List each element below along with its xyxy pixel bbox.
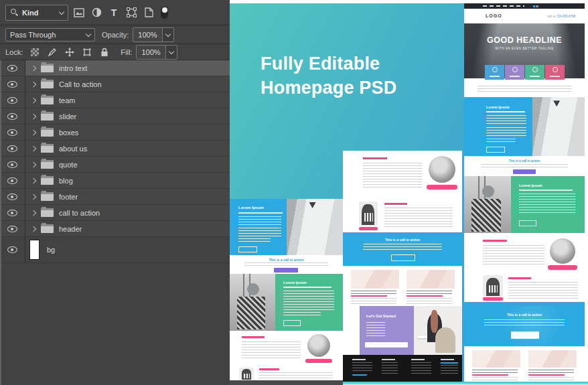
expand-chevron-icon[interactable] xyxy=(31,161,36,167)
mockup-about-section-2 xyxy=(230,364,343,380)
visibility-toggle[interactable] xyxy=(0,189,25,204)
layer-row-bg[interactable]: bg xyxy=(0,237,230,263)
mockup-about-section-2 xyxy=(343,198,462,232)
mockup-outline-button xyxy=(238,246,257,252)
expand-chevron-icon[interactable] xyxy=(31,210,36,215)
lock-transparent-pixels-icon[interactable] xyxy=(28,46,42,59)
mockup-text-lines xyxy=(259,372,333,379)
opacity-label: Opacity: xyxy=(102,31,129,39)
mockup-photo-overlay xyxy=(484,306,565,346)
mockup-text-lines xyxy=(407,298,452,304)
mockup-text-lines xyxy=(283,291,334,299)
eye-icon xyxy=(7,194,17,200)
layer-row-team[interactable]: team xyxy=(0,92,230,108)
mockup-circle-photo xyxy=(429,156,455,183)
lock-position-icon[interactable] xyxy=(63,46,76,59)
mockup-get-started-heading: Let's Get Started xyxy=(366,314,396,318)
visibility-toggle[interactable] xyxy=(0,76,25,92)
mockup-top-nav xyxy=(464,3,585,9)
layer-row-intro-text[interactable]: intro text xyxy=(0,60,230,76)
lock-image-pixels-icon[interactable] xyxy=(46,46,59,59)
layer-row-footer[interactable]: footer xyxy=(0,189,230,205)
visibility-toggle[interactable] xyxy=(0,205,25,220)
visibility-toggle[interactable] xyxy=(0,92,25,108)
layer-name: blog xyxy=(59,177,73,185)
mockup-feature-box-green xyxy=(525,65,544,80)
visibility-toggle[interactable] xyxy=(0,125,25,140)
fill-dropdown-arrow[interactable] xyxy=(166,46,177,59)
visibility-toggle[interactable] xyxy=(0,237,25,262)
checkerboard-icon xyxy=(31,48,39,56)
expand-chevron-icon[interactable] xyxy=(31,129,36,135)
mockup-get-started-section: Let's Get Started xyxy=(343,306,462,355)
expand-chevron-icon[interactable] xyxy=(31,177,36,183)
mockup-text-lines xyxy=(242,341,301,359)
mockup-text-lines xyxy=(352,362,372,373)
layer-filter-bar: Kind T xyxy=(0,0,230,25)
expand-chevron-icon[interactable] xyxy=(31,226,36,231)
mockup-circle-photo xyxy=(307,334,330,357)
visibility-toggle[interactable] xyxy=(0,60,25,76)
layer-row-call-to-action-2[interactable]: call to action xyxy=(0,205,230,221)
visibility-toggle[interactable] xyxy=(0,173,25,188)
visibility-toggle[interactable] xyxy=(0,157,25,172)
document-canvas[interactable]: Fully Editable Homepage PSD Lorem Ipsum … xyxy=(230,0,588,385)
group-folder-icon xyxy=(41,192,54,201)
mockup-blue-cta-section: This is a call to action xyxy=(464,302,585,346)
mockup-about-section xyxy=(464,233,585,271)
layer-row-boxes[interactable]: boxes xyxy=(0,125,230,141)
filtering-toggle[interactable] xyxy=(161,7,168,19)
expand-chevron-icon[interactable] xyxy=(31,97,36,102)
mockup-footer-heading xyxy=(352,359,366,360)
group-folder-icon xyxy=(41,128,54,137)
mockup-text-lines xyxy=(484,319,565,325)
fill-field[interactable]: 100% xyxy=(136,45,177,60)
blend-mode-dropdown[interactable]: Pass Through xyxy=(5,28,95,42)
layer-row-about-us[interactable]: about us xyxy=(0,141,230,157)
expand-chevron-icon[interactable] xyxy=(31,81,36,86)
layer-row-call-to-action-1[interactable]: Call to action xyxy=(0,76,230,92)
visibility-toggle[interactable] xyxy=(0,221,25,236)
filter-kind-dropdown[interactable]: Kind xyxy=(5,5,68,21)
mockup-section-heading: Lorem Ipsum xyxy=(519,183,542,187)
filter-type-layers-icon[interactable]: T xyxy=(107,6,121,19)
layer-row-header[interactable]: header xyxy=(0,221,230,237)
mockup-text-lines xyxy=(486,127,526,137)
mockup-outline-button xyxy=(511,331,539,339)
layer-row-quote[interactable]: quote xyxy=(0,157,230,173)
expand-chevron-icon[interactable] xyxy=(31,194,36,199)
feature-box-label xyxy=(550,76,560,77)
opacity-field[interactable]: 100% xyxy=(133,27,173,42)
mockup-photo-woman-desk xyxy=(414,306,462,355)
mockup-subheading-line xyxy=(283,287,332,288)
lock-artboard-icon[interactable] xyxy=(80,46,94,59)
feature-box-icon xyxy=(532,67,538,72)
expand-chevron-icon[interactable] xyxy=(31,65,36,70)
filter-adjustment-layers-icon[interactable] xyxy=(90,6,103,19)
photo-head-shape xyxy=(247,283,259,295)
expand-chevron-icon[interactable] xyxy=(31,145,36,151)
mockup-blue-feature-section: Lorem Ipsum xyxy=(464,97,585,156)
lock-fill-bar: Lock: Fill: 100% xyxy=(0,44,230,60)
mockup-about-section xyxy=(230,331,343,364)
opacity-dropdown-arrow[interactable] xyxy=(163,28,173,42)
layer-row-blog[interactable]: blog xyxy=(0,173,230,189)
filter-smart-object-icon[interactable] xyxy=(142,6,155,19)
visibility-toggle[interactable] xyxy=(0,141,25,156)
filter-pixel-layers-icon[interactable] xyxy=(72,6,86,19)
mockup-blue-feature-section: Lorem Ipsum xyxy=(230,199,343,255)
mockup-phone: call us 720-456-8798 xyxy=(547,15,575,18)
mockup-photo-person xyxy=(287,199,343,255)
lock-all-icon[interactable] xyxy=(98,46,111,59)
expand-chevron-icon[interactable] xyxy=(31,113,36,119)
group-folder-icon xyxy=(41,160,54,169)
feature-box-label xyxy=(530,76,540,77)
mockup-pink-heading xyxy=(508,277,531,279)
mockup-cta-heading: This is a call to action xyxy=(343,238,462,242)
mockup-blog-card-image xyxy=(528,350,577,368)
visibility-toggle[interactable] xyxy=(0,108,25,124)
eye-icon xyxy=(7,113,17,120)
eye-icon xyxy=(7,97,17,104)
layer-row-slider[interactable]: slider xyxy=(0,108,230,125)
filter-shape-layers-icon[interactable] xyxy=(125,6,138,19)
